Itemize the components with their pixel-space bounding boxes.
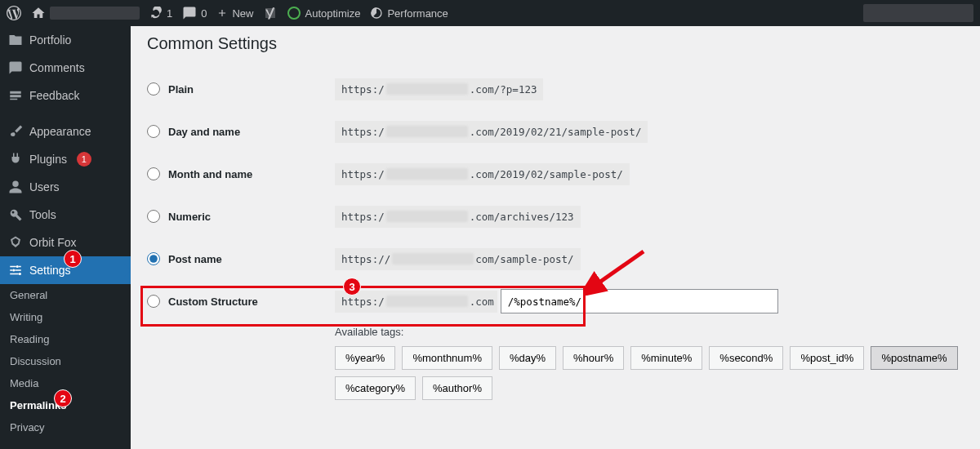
submenu-general[interactable]: General (0, 284, 131, 306)
svg-point-1 (16, 265, 19, 268)
sidebar-item-label: Feedback (29, 89, 79, 102)
radio-postname-input[interactable] (147, 252, 160, 265)
refresh-count: 1 (167, 7, 172, 20)
autoptimize-item[interactable]: Autoptimize (287, 7, 360, 20)
radio-dayname-input[interactable] (147, 125, 160, 138)
radio-custom-input[interactable] (147, 295, 160, 308)
sliders-icon (8, 263, 23, 278)
submenu-discussion[interactable]: Discussion (0, 350, 131, 372)
permalink-option-numeric: Numeric https:/.com/archives/123 (147, 195, 964, 238)
yoast-icon[interactable] (263, 6, 278, 20)
sidebar-item-label: Comments (29, 61, 85, 74)
tag-minute[interactable]: %minute% (630, 346, 702, 370)
annotation-2: 2 (54, 389, 72, 407)
sidebar-item-label: Settings (29, 264, 71, 277)
submenu-writing[interactable]: Writing (0, 306, 131, 328)
admin-toolbar: 1 0 New Autoptimize Performance (0, 0, 980, 26)
domain-redacted (386, 126, 468, 137)
radio-dayname[interactable]: Day and name (147, 125, 327, 138)
plug-icon (8, 152, 23, 167)
sidebar-item-label: Appearance (29, 125, 91, 138)
tag-post-id[interactable]: %post_id% (790, 346, 864, 370)
new-label: New (232, 7, 253, 20)
orbit-fox-icon (8, 235, 23, 250)
sidebar-item-portfolio[interactable]: Portfolio (0, 26, 131, 54)
sidebar-item-comments[interactable]: Comments (0, 54, 131, 82)
sidebar-item-plugins[interactable]: Plugins 1 (0, 145, 131, 173)
permalink-option-monthname: Month and name https:/.com/2019/02/sampl… (147, 153, 964, 195)
site-name-redacted (50, 7, 140, 20)
annotation-3: 3 (343, 278, 361, 296)
sidebar-item-label: Portfolio (29, 33, 71, 47)
user-account-redacted[interactable] (863, 4, 973, 22)
tag-hour[interactable]: %hour% (563, 346, 624, 370)
radio-monthname-input[interactable] (147, 167, 160, 180)
portfolio-icon (8, 33, 23, 47)
submenu-permalinks[interactable]: Permalinks 2 (0, 394, 131, 416)
sidebar-item-label: Tools (29, 208, 56, 221)
tag-monthnum[interactable]: %monthnum% (402, 346, 492, 370)
domain-redacted (392, 253, 474, 265)
domain-redacted (386, 168, 468, 180)
tag-author[interactable]: %author% (422, 376, 492, 400)
svg-point-3 (19, 273, 21, 275)
permalink-option-plain: Plain https:/.com/?p=123 (147, 68, 964, 110)
radio-plain-input[interactable] (147, 82, 160, 96)
permalink-option-postname: Post name https://com/sample-post/ (147, 238, 964, 280)
sidebar-item-label: Orbit Fox (29, 236, 77, 249)
performance-label: Performance (387, 7, 448, 20)
available-tags-label: Available tags: (335, 326, 964, 338)
radio-numeric[interactable]: Numeric (147, 210, 327, 223)
permalink-option-custom: Custom Structure https:/.com (147, 280, 964, 322)
radio-custom[interactable]: Custom Structure (147, 295, 327, 308)
tag-second[interactable]: %second% (709, 346, 783, 370)
brush-icon (8, 124, 23, 139)
main-content: Common Settings Plain https:/.com/?p=123… (131, 26, 980, 449)
comments-item[interactable]: 0 (182, 6, 207, 20)
performance-item[interactable]: Performance (370, 7, 448, 20)
svg-point-2 (12, 269, 15, 272)
permalink-option-dayname: Day and name https:/.com/2019/02/21/samp… (147, 110, 964, 153)
radio-postname[interactable]: Post name (147, 252, 327, 265)
domain-redacted (386, 83, 468, 95)
radio-plain[interactable]: Plain (147, 82, 327, 96)
refresh-item[interactable]: 1 (149, 7, 172, 20)
tag-category[interactable]: %category% (335, 376, 416, 400)
new-item[interactable]: New (216, 7, 253, 20)
radio-monthname[interactable]: Month and name (147, 167, 327, 180)
submenu-privacy[interactable]: Privacy (0, 416, 131, 438)
wp-logo[interactable] (7, 6, 21, 20)
wrench-icon (8, 207, 23, 222)
tag-year[interactable]: %year% (335, 346, 395, 370)
available-tags: %year% %monthnum% %day% %hour% %minute% … (335, 346, 964, 400)
plugins-update-badge: 1 (77, 152, 91, 167)
sidebar-item-label: Plugins (29, 153, 67, 166)
domain-redacted (386, 296, 468, 307)
sidebar-item-label: Users (29, 180, 60, 193)
annotation-1: 1 (64, 250, 82, 268)
comments-count: 0 (201, 7, 207, 20)
feedback-icon (8, 88, 23, 103)
submenu-reading[interactable]: Reading (0, 328, 131, 350)
admin-sidebar: Portfolio Comments Feedback Appearance P… (0, 26, 131, 449)
sidebar-item-users[interactable]: Users (0, 173, 131, 201)
user-icon (8, 180, 23, 194)
radio-numeric-input[interactable] (147, 210, 160, 223)
tag-day[interactable]: %day% (499, 346, 556, 370)
sidebar-item-tools[interactable]: Tools (0, 201, 131, 229)
section-heading: Common Settings (147, 34, 964, 53)
tag-postname[interactable]: %postname% (871, 346, 957, 370)
sidebar-item-settings[interactable]: Settings 1 (0, 256, 131, 284)
autoptimize-label: Autoptimize (305, 7, 360, 20)
sidebar-item-appearance[interactable]: Appearance (0, 118, 131, 145)
custom-structure-input[interactable] (501, 289, 778, 313)
home-icon[interactable] (31, 6, 140, 20)
comments-icon (8, 60, 23, 75)
sidebar-item-feedback[interactable]: Feedback (0, 82, 131, 109)
domain-redacted (386, 211, 468, 222)
